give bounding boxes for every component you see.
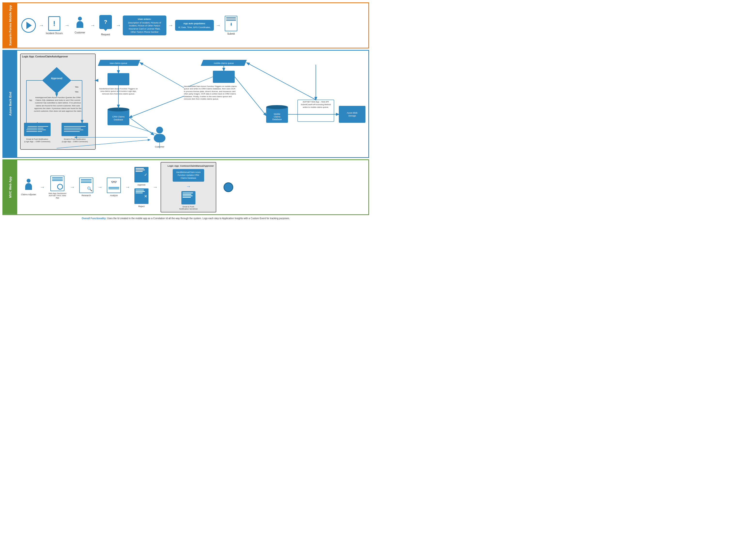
approve-reject-group: ✓ Approve ✕ Reject	[133, 167, 150, 208]
globe-icon	[57, 184, 63, 190]
svg-line-62	[189, 77, 213, 86]
customer-item: Customer	[72, 17, 88, 34]
reject-icon: ✕	[134, 188, 148, 204]
r1	[81, 179, 92, 180]
mvc-arrow-5: →	[153, 184, 158, 190]
logic-app-1-title: Logic App: ContosoClaimAutoApprover	[22, 55, 68, 58]
research-label: Research	[82, 194, 91, 197]
incident-label: Incident Occurs	[46, 32, 62, 35]
submit-icon: ⬇	[225, 16, 237, 31]
app-auto-box: App auto populates: Id, Date, Time, GPS …	[175, 20, 214, 31]
svg-text:new-claims queue: new-claims queue	[110, 62, 127, 64]
azure-diagram-svg: Logic App: ContosoClaimAutoApprover Appr…	[19, 52, 368, 154]
web-dashboard-item: Web App Dashboard ASP.NET MVC Web App	[48, 176, 67, 199]
customer-person-icon	[75, 17, 85, 30]
user-enters-header: User enters:	[126, 17, 164, 20]
submit-label: Submit	[227, 33, 235, 35]
submit-arrow-down: ⬇	[229, 22, 233, 27]
app-auto-item: App auto populates: Id, Date, Time, GPS …	[175, 20, 214, 31]
svg-point-48	[266, 105, 288, 109]
app-auto-text: Id, Date, Time, GPS Coordinates,	[178, 26, 211, 29]
user-enters-item: User enters: Description of incident, Pi…	[123, 15, 166, 36]
arrow-3: →	[90, 23, 95, 28]
xamarin-label: Xamarin Forms Mobile App	[3, 3, 17, 48]
logic-app-2-title: Logic App: ContosoClaimManualApprover	[163, 165, 214, 167]
user-enters-text: Description of incident, Pictures of inc…	[128, 21, 161, 33]
analyze-item: 👓 Analyze	[105, 178, 122, 197]
adj-body	[25, 183, 32, 190]
svg-rect-37	[154, 134, 165, 142]
svg-text:Storage: Storage	[348, 115, 356, 117]
doc-line-1	[226, 17, 236, 18]
app-auto-header: App auto populates:	[178, 22, 211, 25]
d1	[52, 177, 63, 178]
research-item: 🔍 Research	[78, 178, 95, 197]
top-flow-row: → Incident Occurs → Customer → ?	[17, 3, 368, 48]
start-item	[20, 18, 37, 33]
svg-text:Database: Database	[114, 119, 123, 121]
x-mark: ✕	[144, 194, 147, 199]
claims-adjuster-label: Claims Adjuster	[21, 193, 36, 196]
arrow-6: →	[216, 23, 221, 28]
search-icon: 🔍	[87, 186, 92, 191]
d2	[52, 179, 63, 179]
analyze-icon: 👓	[107, 178, 121, 193]
claims-adjuster-icon	[24, 179, 33, 192]
azure-label: Azure Back End	[3, 51, 17, 157]
footer-text: Uses the Id created in the mobile app as…	[107, 217, 290, 220]
svg-rect-29	[107, 73, 129, 85]
svg-text:(Logic App – O365 Connector): (Logic App – O365 Connector)	[24, 140, 50, 143]
svg-text:Email & Push Notification: Email & Push Notification	[27, 138, 48, 140]
person-body	[77, 21, 83, 28]
adj-head	[27, 179, 31, 183]
footer-bold: Overall Functionality:	[82, 217, 106, 220]
rj3	[136, 192, 143, 193]
xamarin-label-text: Xamarin Forms Mobile App	[8, 5, 12, 46]
mvc-arrow-3: →	[98, 184, 102, 190]
svg-text:Azure Blob: Azure Blob	[347, 112, 357, 114]
end-circle-icon	[223, 182, 233, 192]
sendgrid-email-icon	[181, 191, 195, 205]
svg-rect-13	[61, 123, 88, 136]
svg-point-36	[156, 127, 163, 133]
sendgrid-label: Email & Push Notification SendGrid	[179, 206, 198, 210]
arrow-4: →	[116, 23, 121, 28]
person-head	[78, 17, 82, 20]
xamarin-section: Xamarin Forms Mobile App → Incident Occu…	[2, 2, 369, 48]
d3	[52, 180, 63, 181]
se4	[183, 197, 191, 198]
check-mark: ✓	[144, 172, 147, 177]
svg-text:Yes: Yes	[75, 86, 79, 88]
request-item: ? Request	[97, 15, 114, 36]
azure-content: Logic App: ContosoClaimAutoApprover Appr…	[17, 51, 370, 157]
arrow-1: →	[39, 23, 44, 28]
submit-item: ⬇ Submit	[223, 16, 239, 35]
ap1	[136, 168, 144, 169]
azure-section: Azure Back End Logic App: ContosoClaimAu…	[2, 50, 369, 158]
svg-text:Database: Database	[272, 118, 282, 121]
play-icon	[27, 22, 32, 29]
logic-app-2-box: Logic App: ContosoClaimManualApprover Ha…	[161, 162, 216, 212]
customer-label: Customer	[75, 31, 85, 34]
research-icon: 🔍	[79, 178, 93, 193]
user-enters-box: User enters: Description of incident, Pi…	[123, 15, 166, 36]
se1	[183, 192, 193, 193]
azure-label-text: Azure Back End	[8, 92, 12, 116]
arrow-5: →	[168, 23, 173, 28]
ap2	[136, 170, 145, 170]
svg-text:(Logic App – O365 Connector): (Logic App – O365 Connector)	[62, 140, 88, 143]
bubble-tail	[104, 29, 107, 31]
request-label: Request	[101, 33, 110, 36]
incident-item: Incident Occurs	[46, 16, 63, 35]
r2	[81, 181, 92, 181]
svg-line-52	[235, 77, 266, 116]
doc-line-2	[226, 19, 236, 19]
reject-item: ✕ Reject	[133, 188, 150, 208]
ap3	[136, 171, 143, 172]
svg-rect-56	[339, 106, 365, 123]
se3	[183, 196, 192, 196]
incident-icon	[48, 16, 60, 31]
play-circle	[21, 18, 36, 33]
approve-icon: ✓	[134, 167, 148, 182]
mvc-label-text: MVC Web App	[8, 177, 12, 198]
